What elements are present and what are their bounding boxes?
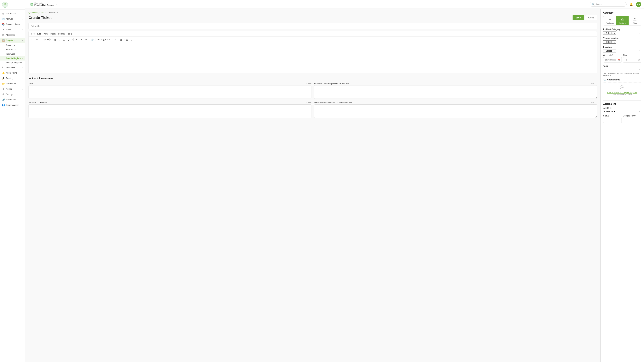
align-right-button[interactable]: ≡ — [84, 37, 88, 42]
sidebar-subitem-insurance[interactable]: Insurance — [0, 52, 25, 56]
page-title: Create Ticket — [28, 15, 52, 20]
feedback-tab-icon — [608, 17, 611, 21]
ahpra-icon: 🔔 — [2, 71, 5, 74]
svg-point-2 — [4, 3, 6, 4]
impact-label-row: Impact 0/1000 — [28, 82, 312, 85]
sidebar-item-content-library[interactable]: 📚 Content Library — [0, 22, 25, 27]
communication-label: Internal/External communication required… — [314, 101, 352, 104]
menu-view[interactable]: View — [42, 32, 49, 36]
tab-risk[interactable]: Risk — [628, 16, 641, 25]
align-left-button[interactable]: ≡ — [74, 37, 79, 42]
sidebar-item-indemnity[interactable]: 🛡 Indemnity › — [0, 65, 25, 70]
completed-on-input[interactable] — [623, 118, 642, 123]
communication-textarea[interactable] — [314, 104, 597, 118]
status-label: Status — [603, 115, 622, 117]
chevron-icon: › — [22, 29, 23, 31]
actions-label: Actions to address/prevent the incident — [314, 82, 349, 85]
sidebar-item-dashboard[interactable]: ⊞ Dashboard — [0, 11, 25, 16]
sidebar-item-admin[interactable]: ⚙ Admin › — [0, 86, 25, 92]
font-size-select[interactable]: 12pt — [41, 38, 50, 41]
save-button[interactable]: Save — [572, 15, 584, 20]
link-button[interactable]: 🔗 — [90, 37, 94, 42]
chevron-icon: › — [22, 72, 23, 74]
org-selector[interactable]: Organisation PracticeHub Product ∨ — [28, 2, 57, 6]
measure-outcome-textarea[interactable] — [28, 104, 312, 118]
sidebar-item-tasks[interactable]: ✓ Tasks › — [0, 27, 25, 32]
sidebar-item-settings[interactable]: ⚙ Settings — [0, 92, 25, 97]
sidebar-item-resources[interactable]: 🔗 Resources — [0, 97, 25, 102]
close-button[interactable]: Close — [585, 15, 597, 20]
main-wrapper: Organisation PracticeHub Product ∨ 🔍 🔔 K… — [25, 0, 644, 362]
status-input[interactable] — [603, 118, 622, 123]
tags-select[interactable] — [603, 68, 607, 71]
attachments-section: 📎 Attachments Click to upload or drag an… — [603, 78, 641, 98]
measure-outcome-label: Measure of Outcome — [28, 101, 47, 104]
sidebar-item-messages[interactable]: ✉ Messages — [0, 32, 25, 38]
logo[interactable]: PH — [2, 2, 23, 8]
tab-incident[interactable]: Incident — [616, 16, 628, 25]
sidebar-subitem-quality-registers[interactable]: Quality Registers — [0, 56, 25, 60]
redo-button[interactable]: ↪ — [35, 37, 39, 42]
sidebar-item-ahpra-alerts[interactable]: 🔔 Ahpra Alerts › — [0, 70, 25, 76]
sidebar-subitem-contracts[interactable]: Contracts — [0, 43, 25, 47]
outdent-button[interactable]: ⇤ — [108, 37, 112, 42]
sidebar-item-label: Tasks — [6, 28, 11, 31]
indemnity-icon: 🛡 — [2, 66, 5, 69]
sidebar-item-training[interactable]: 🎓 Training › — [0, 76, 25, 81]
tags-section-title: Tags — [603, 65, 641, 67]
notification-button[interactable]: 🔔 — [628, 2, 634, 7]
indent-button[interactable]: ⇥ — [113, 37, 117, 42]
upload-limit: Total file size limit: 30MB — [606, 93, 638, 95]
actions-textarea[interactable] — [314, 85, 597, 99]
org-icon — [30, 3, 33, 6]
title-input[interactable] — [28, 23, 597, 29]
documents-icon: 📁 — [2, 82, 5, 85]
menu-format[interactable]: Format — [57, 32, 66, 36]
tab-feedback[interactable]: Feedback — [604, 16, 616, 25]
menu-table[interactable]: Table — [66, 32, 74, 36]
bold-button[interactable]: B — [53, 37, 57, 42]
location-select[interactable]: - Select - — [603, 49, 616, 52]
topbar: Organisation PracticeHub Product ∨ 🔍 🔔 K… — [25, 0, 644, 9]
impact-textarea[interactable] — [28, 85, 312, 99]
upload-link[interactable]: Click to upload or drag and drop files — [607, 91, 637, 93]
sidebar-subitem-equipment[interactable]: Equipment — [0, 47, 25, 52]
avatar[interactable]: KA — [636, 2, 641, 7]
incident-category-select[interactable]: - Select - — [603, 31, 616, 35]
search-box[interactable]: 🔍 — [590, 2, 626, 6]
actions-count: 0/1000 — [591, 82, 597, 84]
editor-body[interactable] — [29, 43, 597, 73]
attachments-header: 📎 Attachments — [603, 78, 641, 81]
font-color-button[interactable]: A▬ — [62, 37, 67, 42]
sidebar-item-label: Admin — [6, 88, 12, 90]
italic-button[interactable]: I — [58, 37, 62, 42]
bullet-list-button[interactable]: •≡ — [96, 37, 100, 42]
type-of-incident-select[interactable]: - Select - — [603, 40, 616, 43]
status-wrap — [603, 118, 622, 123]
undo-button[interactable]: ↩ — [30, 37, 34, 42]
toolbar-divider — [95, 38, 96, 41]
table-button[interactable]: ▦ — [119, 37, 123, 42]
breadcrumb-parent-link[interactable]: Quality Registers — [28, 11, 44, 14]
fullscreen-button[interactable]: ⤢ — [130, 37, 134, 42]
assign-to-select[interactable]: - Select - — [603, 110, 616, 113]
sidebar-item-manual[interactable]: 📄 Manual › — [0, 16, 25, 22]
align-center-button[interactable]: ≡ — [79, 37, 84, 42]
sidebar-item-registers[interactable]: 📋 Registers ∧ — [0, 38, 25, 43]
ordered-list-button[interactable]: 1.≡ — [102, 37, 106, 42]
block-button[interactable]: ⊟ — [125, 37, 129, 42]
sidebar-item-documents[interactable]: 📁 Documents — [0, 81, 25, 86]
sidebar-item-team-medical[interactable]: 👥 Team Medical — [0, 102, 25, 108]
search-input[interactable] — [596, 3, 624, 5]
org-info: Organisation PracticeHub Product — [34, 2, 54, 6]
sidebar-subitem-manage-registers[interactable]: Manage Registers — [0, 60, 25, 65]
bullet-chevron-icon: ▾ — [101, 39, 102, 41]
highlight-button[interactable]: 🖊 — [67, 37, 72, 42]
menu-file[interactable]: File — [30, 32, 36, 36]
menu-edit[interactable]: Edit — [36, 32, 42, 36]
messages-icon: ✉ — [2, 34, 5, 36]
upload-area[interactable]: Click to upload or drag and drop files T… — [603, 82, 641, 98]
communication-label-row: Internal/External communication required… — [314, 101, 597, 104]
menu-insert[interactable]: Insert — [49, 32, 57, 36]
actions-label-row: Actions to address/prevent the incident … — [314, 82, 597, 85]
